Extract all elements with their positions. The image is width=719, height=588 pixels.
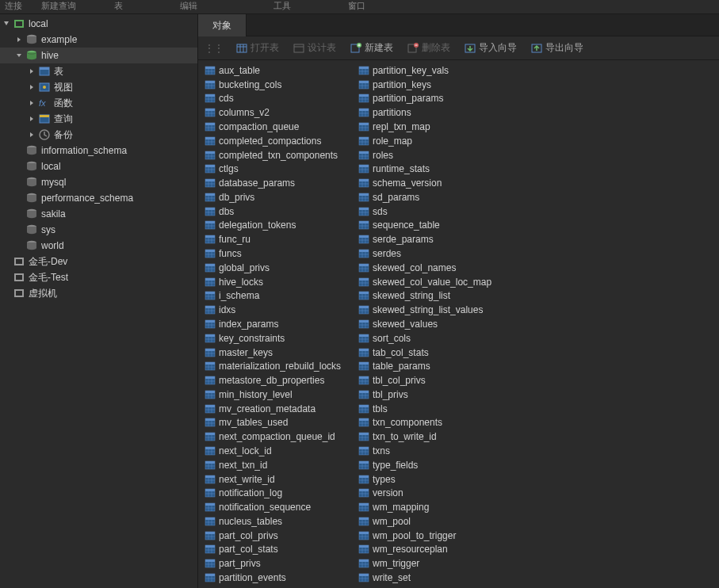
tree-database[interactable]: local [0,158,197,174]
table-item[interactable]: skewed_values [357,317,511,331]
tree-database[interactable]: sakila [0,206,197,222]
table-item[interactable]: part_col_stats [203,543,357,557]
menu-item[interactable]: 工具 [273,0,291,12]
table-item[interactable]: tbl_col_privs [357,373,511,388]
new-table-button[interactable]: 新建表 [346,40,398,56]
table-item[interactable]: database_params [203,176,357,190]
tree-database[interactable]: world [0,238,197,254]
table-item[interactable]: partition_keys [357,78,511,92]
tree-connection[interactable]: 虚拟机 [0,285,197,301]
table-item[interactable]: funcs [203,246,357,261]
menu-item[interactable]: 表 [114,0,123,12]
table-item[interactable]: metastore_db_properties [203,373,357,388]
table-item[interactable]: wm_pool [357,514,511,529]
table-item[interactable]: sds [357,204,511,219]
table-item[interactable]: skewed_col_value_loc_map [357,275,511,289]
table-item[interactable]: schema_version [357,176,511,190]
tree-database[interactable]: sys [0,222,197,238]
table-item[interactable]: compaction_queue [203,120,357,134]
table-item[interactable]: roles [357,148,511,162]
delete-table-button[interactable]: 删除表 [403,40,455,56]
tree-category-queries[interactable]: 查询 [0,111,197,127]
table-item[interactable]: notification_sequence [203,500,357,514]
table-item[interactable]: partition_events [203,571,357,585]
table-item[interactable]: i_schema [203,289,357,304]
design-table-button[interactable]: 设计表 [289,40,341,56]
table-item[interactable]: skewed_string_list [357,289,511,304]
table-item[interactable]: columns_v2 [203,105,357,120]
table-item[interactable]: next_lock_id [203,444,357,458]
table-item[interactable]: table_params [357,359,511,373]
table-item[interactable]: next_txn_id [203,458,357,472]
tree-connection-local[interactable]: local [0,16,197,32]
table-item[interactable]: sd_params [357,190,511,204]
table-item[interactable]: partitions [357,105,511,120]
table-item[interactable]: runtime_stats [357,162,511,176]
table-item[interactable]: cds [203,92,357,106]
table-item[interactable]: write_set [357,571,511,585]
table-item[interactable]: delegation_tokens [203,219,357,233]
table-item[interactable]: serde_params [357,232,511,246]
export-wizard-button[interactable]: 导出向导 [526,40,588,56]
table-item[interactable]: types [357,472,511,487]
tree-connection[interactable]: 金毛-Test [0,269,197,285]
table-item[interactable]: materialization_rebuild_locks [203,359,357,373]
menu-item[interactable]: 新建查询 [41,0,76,12]
table-item[interactable]: func_ru [203,232,357,246]
table-item[interactable]: mv_tables_used [203,416,357,430]
table-item[interactable]: type_fields [357,458,511,472]
table-item[interactable]: role_map [357,134,511,148]
import-wizard-button[interactable]: 导入向导 [460,40,522,56]
table-item[interactable]: bucketing_cols [203,78,357,92]
table-item[interactable]: version [357,486,511,500]
menu-item[interactable]: 连接 [5,0,22,12]
tab-objects[interactable]: 对象 [198,14,247,36]
table-item[interactable]: sort_cols [357,331,511,346]
table-item[interactable]: global_privs [203,261,357,275]
table-item[interactable]: txn_to_write_id [357,430,511,444]
table-item[interactable]: part_privs [203,556,357,571]
tree-database[interactable]: performance_schema [0,190,197,206]
table-item[interactable]: txns [357,444,511,458]
table-item[interactable]: nucleus_tables [203,514,357,529]
table-item[interactable]: part_col_privs [203,529,357,543]
table-item[interactable]: db_privs [203,190,357,204]
tree-database[interactable]: hive [0,48,197,63]
table-item[interactable]: wm_trigger [357,556,511,571]
tree-database[interactable]: information_schema [0,143,197,158]
tree-category-views[interactable]: 视图 [0,79,197,95]
table-item[interactable]: completed_txn_components [203,148,357,162]
table-item[interactable]: idxs [203,303,357,317]
tree-category-backup[interactable]: 备份 [0,127,197,143]
table-item[interactable]: skewed_string_list_values [357,303,511,317]
menu-item[interactable]: 编辑 [180,0,197,12]
table-item[interactable]: tbls [357,402,511,416]
table-item[interactable]: tab_col_stats [357,346,511,360]
open-table-button[interactable]: 打开表 [231,40,284,56]
tree-category-functions[interactable]: fx函数 [0,95,197,111]
tree-category-tables[interactable]: 表 [0,63,197,79]
table-item[interactable]: hive_locks [203,275,357,289]
table-item[interactable]: partition_params [357,92,511,106]
table-item[interactable]: completed_compactions [203,134,357,148]
table-item[interactable]: sequence_table [357,219,511,233]
table-item[interactable]: mv_creation_metadata [203,402,357,416]
table-item[interactable]: dbs [203,204,357,219]
table-item[interactable]: serdes [357,246,511,261]
table-item[interactable]: master_keys [203,346,357,360]
table-item[interactable]: skewed_col_names [357,261,511,275]
tree-database[interactable]: mysql [0,174,197,190]
table-item[interactable]: repl_txn_map [357,120,511,134]
tree-database[interactable]: example [0,32,197,48]
table-item[interactable]: min_history_level [203,388,357,402]
table-item[interactable]: txn_components [357,416,511,430]
table-item[interactable]: wm_mapping [357,500,511,514]
tree-connection[interactable]: 金毛-Dev [0,254,197,269]
table-item[interactable]: tbl_privs [357,388,511,402]
table-item[interactable]: key_constraints [203,331,357,346]
table-item[interactable]: next_compaction_queue_id [203,430,357,444]
menu-item[interactable]: 窗口 [348,0,365,12]
table-item[interactable]: next_write_id [203,472,357,487]
table-item[interactable]: notification_log [203,486,357,500]
table-item[interactable]: partition_key_vals [357,63,511,78]
